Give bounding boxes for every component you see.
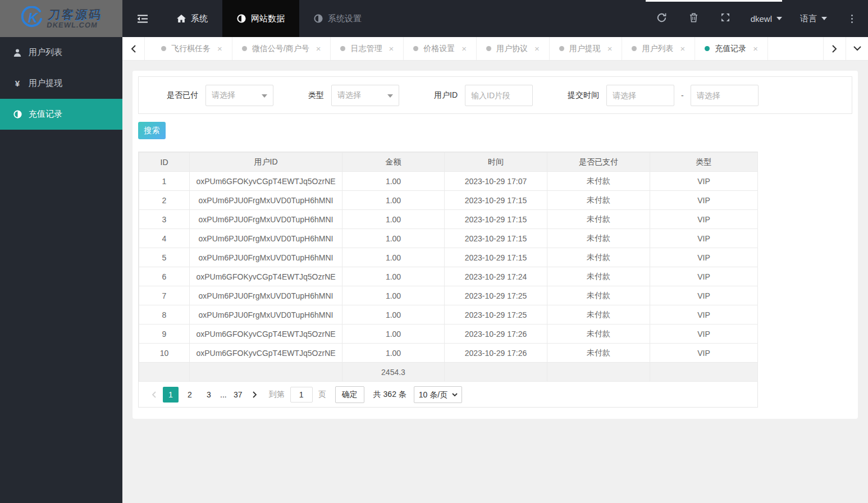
cell-status: 未付款 bbox=[547, 229, 650, 248]
time-range-separator: - bbox=[681, 91, 684, 100]
tab-price-settings[interactable]: 价格设置 × bbox=[404, 37, 477, 60]
cell-amount: 1.00 bbox=[342, 324, 445, 344]
cell-id: 4 bbox=[139, 229, 190, 248]
page-size-select[interactable]: 10 条/页 bbox=[414, 386, 462, 403]
tab-status-dot bbox=[486, 46, 491, 51]
page-number[interactable]: 2 bbox=[182, 387, 198, 403]
cell-amount: 1.00 bbox=[342, 248, 445, 267]
close-icon[interactable]: × bbox=[462, 44, 467, 53]
submit-time-filter-label: 提交时间 bbox=[568, 90, 599, 100]
menu-item-site-data[interactable]: 网站数据 bbox=[222, 0, 299, 37]
column-header-user-id: 用户ID bbox=[190, 153, 342, 172]
user-icon bbox=[12, 49, 22, 57]
sidebar-item-recharge-records[interactable]: 充值记录 bbox=[0, 99, 122, 130]
tab-log-management[interactable]: 日志管理 × bbox=[331, 37, 404, 60]
page-number[interactable]: 3 bbox=[201, 387, 217, 403]
cell-user-id: oxPUm6GFOKyvCGpT4EWTJq5OzrNE bbox=[190, 324, 342, 344]
user-dropdown[interactable]: dkewl bbox=[742, 0, 791, 37]
goto-confirm-button[interactable]: 确定 bbox=[335, 386, 364, 403]
cell-time: 2023-10-29 17:25 bbox=[445, 286, 547, 305]
cell-status: 未付款 bbox=[547, 344, 650, 363]
goto-page-input[interactable] bbox=[290, 387, 313, 403]
close-icon[interactable]: × bbox=[217, 44, 222, 53]
next-page-button[interactable] bbox=[248, 387, 262, 403]
close-icon[interactable]: × bbox=[534, 44, 540, 53]
clear-cache-button[interactable] bbox=[678, 0, 710, 37]
table-row: 2 oxPUm6PJU0FrgMxUVD0TupH6hMNI 1.00 2023… bbox=[139, 191, 758, 210]
tab-user-list[interactable]: 用户列表 × bbox=[622, 37, 695, 60]
refresh-button[interactable] bbox=[646, 0, 678, 37]
tab-recharge-records[interactable]: 充值记录 × bbox=[695, 37, 768, 60]
tabs-scroll-right-button[interactable] bbox=[823, 37, 846, 60]
page-number-last[interactable]: 37 bbox=[230, 387, 246, 403]
adjust-half-circle-icon bbox=[12, 110, 22, 118]
cell-id: 7 bbox=[139, 286, 190, 305]
fullscreen-button[interactable] bbox=[710, 0, 742, 37]
table-row: 1 oxPUm6GFOKyvCGpT4EWTJq5OzrNE 1.00 2023… bbox=[139, 172, 758, 191]
table-row: 6 oxPUm6GFOKyvCGpT4EWTJq5OzrNE 1.00 2023… bbox=[139, 267, 758, 286]
page-number-current[interactable]: 1 bbox=[163, 387, 179, 403]
language-dropdown[interactable]: 语言 bbox=[791, 0, 836, 37]
column-header-amount: 金额 bbox=[342, 153, 445, 172]
paid-filter-select[interactable]: 请选择 bbox=[205, 85, 273, 106]
tab-status-dot bbox=[413, 46, 418, 51]
menu-item-settings[interactable]: 系统设置 bbox=[299, 0, 376, 37]
tabs-scroll-left-button[interactable] bbox=[122, 37, 145, 60]
close-icon[interactable]: × bbox=[607, 44, 613, 53]
cell-id: 8 bbox=[139, 305, 190, 324]
close-icon[interactable]: × bbox=[389, 44, 394, 53]
cell-id: 2 bbox=[139, 191, 190, 210]
cell-amount: 1.00 bbox=[342, 305, 445, 324]
tab-user-withdraw[interactable]: 用户提现 × bbox=[550, 37, 623, 60]
table-row: 4 oxPUm6PJU0FrgMxUVD0TupH6hMNI 1.00 2023… bbox=[139, 229, 758, 248]
refresh-icon bbox=[657, 13, 666, 25]
user-id-input[interactable] bbox=[465, 85, 533, 106]
type-filter-select[interactable]: 请选择 bbox=[331, 85, 399, 106]
cell-amount: 1.00 bbox=[342, 191, 445, 210]
filter-form: 是否已付 请选择 类型 请选择 用户ID bbox=[138, 76, 852, 114]
summary-empty bbox=[547, 363, 650, 382]
tabs-menu-button[interactable] bbox=[846, 37, 868, 60]
cell-status: 未付款 bbox=[547, 191, 650, 210]
sidebar-item-user-withdraw[interactable]: ¥ 用户提现 bbox=[0, 68, 122, 99]
sidebar-toggle-button[interactable] bbox=[122, 0, 162, 37]
time-from-input[interactable] bbox=[606, 85, 674, 106]
search-button[interactable]: 搜索 bbox=[138, 122, 166, 139]
prev-page-button[interactable] bbox=[147, 387, 161, 403]
username-label: dkewl bbox=[751, 14, 772, 24]
tab-label: 飞行棋任务 bbox=[171, 44, 211, 54]
tab-wechat-account[interactable]: 微信公号/商户号 × bbox=[232, 37, 331, 60]
menu-item-system[interactable]: 系统 bbox=[162, 0, 222, 37]
top-progress-strip bbox=[646, 0, 782, 2]
tab-user-agreement[interactable]: 用户协议 × bbox=[477, 37, 550, 60]
cell-user-id: oxPUm6PJU0FrgMxUVD0TupH6hMNI bbox=[190, 248, 342, 267]
close-icon[interactable]: × bbox=[316, 44, 321, 53]
more-actions-button[interactable] bbox=[836, 0, 868, 37]
sidebar-item-user-list[interactable]: 用户列表 bbox=[0, 37, 122, 68]
cell-user-id: oxPUm6GFOKyvCGpT4EWTJq5OzrNE bbox=[190, 267, 342, 286]
column-header-time: 时间 bbox=[445, 153, 547, 172]
cell-id: 1 bbox=[139, 172, 190, 191]
table-row: 8 oxPUm6PJU0FrgMxUVD0TupH6hMNI 1.00 2023… bbox=[139, 305, 758, 324]
tab-bar: 飞行棋任务 × 微信公号/商户号 × 日志管理 × 价格设置 × 用户协议 × … bbox=[122, 37, 868, 61]
close-icon[interactable]: × bbox=[753, 44, 758, 53]
table-row: 5 oxPUm6PJU0FrgMxUVD0TupH6hMNI 1.00 2023… bbox=[139, 248, 758, 267]
close-icon[interactable]: × bbox=[680, 44, 685, 53]
time-to-input[interactable] bbox=[691, 85, 759, 106]
tab-flight-chess-task[interactable]: 飞行棋任务 × bbox=[152, 37, 232, 60]
tab-label: 日志管理 bbox=[350, 44, 382, 54]
records-table: ID 用户ID 金额 时间 是否已支付 类型 1 oxPUm6GFOKyvCGp… bbox=[138, 152, 758, 408]
goto-page-label: 到第 bbox=[269, 390, 285, 400]
table-row: 9 oxPUm6GFOKyvCGpT4EWTJq5OzrNE 1.00 2023… bbox=[139, 324, 758, 344]
column-header-paid: 是否已支付 bbox=[547, 153, 650, 172]
cell-status: 未付款 bbox=[547, 248, 650, 267]
menu-item-label: 网站数据 bbox=[251, 13, 285, 24]
app-logo: K 刀客源码 DKEWL.COM bbox=[0, 0, 122, 37]
cell-time: 2023-10-29 17:15 bbox=[445, 229, 547, 248]
chevron-down-icon bbox=[821, 17, 827, 23]
cell-amount: 1.00 bbox=[342, 172, 445, 191]
total-count-label: 共 362 条 bbox=[373, 390, 406, 400]
cell-type: VIP bbox=[650, 229, 758, 248]
cell-id: 5 bbox=[139, 248, 190, 267]
navbar-actions: dkewl 语言 bbox=[646, 0, 868, 37]
